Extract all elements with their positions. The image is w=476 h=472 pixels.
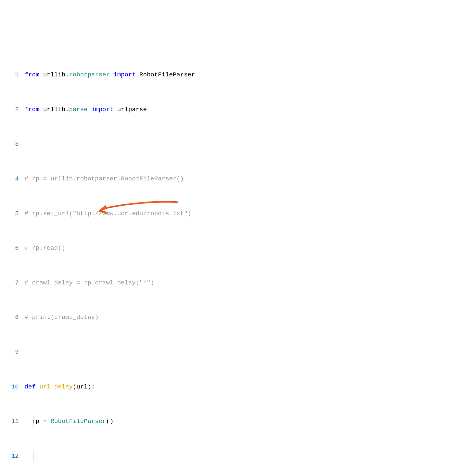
- line-number: 12: [4, 451, 19, 462]
- line-number: 1: [4, 69, 19, 81]
- line-number: 7: [4, 277, 19, 289]
- code-area[interactable]: from urllib.robotparser import RobotFile…: [25, 46, 476, 472]
- code-line[interactable]: # rp = urllib.robotparser.RobotFileParse…: [25, 173, 476, 185]
- line-number: 3: [4, 138, 19, 150]
- class-call: RobotFileParser: [50, 418, 106, 425]
- code-editor[interactable]: 1 2 3 4 5 6 7 8 9 10 11 12 13 14 15 16 1…: [0, 46, 476, 472]
- dot: .: [65, 106, 69, 113]
- indent-guide: [33, 451, 34, 462]
- dot: .: [65, 71, 69, 78]
- params: (url):: [73, 383, 95, 390]
- comment: # rp = urllib.robotparser.RobotFileParse…: [25, 175, 184, 182]
- code-line[interactable]: rp = RobotFileParser(): [25, 416, 476, 427]
- keyword-from: from: [25, 71, 40, 78]
- comment: # crawl_delay = rp.crawl_delay("*"): [25, 279, 154, 286]
- keyword-from: from: [25, 106, 40, 113]
- line-number: 9: [4, 347, 19, 358]
- code-line[interactable]: # rp.set_url("http://www.ucr.edu/robots.…: [25, 208, 476, 220]
- submodule-name: parse: [69, 106, 87, 113]
- line-number: 2: [4, 104, 19, 116]
- line-number: 6: [4, 243, 19, 254]
- comment: # print(crawl_delay): [25, 314, 99, 321]
- code-line[interactable]: # rp.read(): [25, 243, 476, 254]
- code-line[interactable]: # print(crawl_delay): [25, 312, 476, 323]
- keyword-import: import: [113, 71, 135, 78]
- imported-name: urlparse: [117, 106, 147, 113]
- imported-name: RobotFileParser: [139, 71, 195, 78]
- keyword-import: import: [91, 106, 113, 113]
- line-number: 10: [4, 381, 19, 393]
- code-line[interactable]: [25, 451, 476, 462]
- module-name: urllib: [43, 106, 65, 113]
- code-line[interactable]: from urllib.parse import urlparse: [25, 104, 476, 116]
- line-number: 4: [4, 173, 19, 185]
- code-line[interactable]: [25, 347, 476, 358]
- line-number: 11: [4, 416, 19, 427]
- code-line[interactable]: # crawl_delay = rp.crawl_delay("*"): [25, 277, 476, 289]
- module-name: urllib: [43, 71, 65, 78]
- line-number: 5: [4, 208, 19, 220]
- code-line[interactable]: from urllib.robotparser import RobotFile…: [25, 69, 476, 81]
- operator: =: [39, 418, 50, 425]
- line-number: 8: [4, 312, 19, 323]
- keyword-def: def: [25, 383, 36, 390]
- function-name: url_delay: [39, 383, 73, 390]
- parens: (): [106, 418, 113, 425]
- line-number-gutter: 1 2 3 4 5 6 7 8 9 10 11 12 13 14 15 16 1…: [0, 46, 25, 472]
- comment: # rp.read(): [25, 244, 65, 252]
- code-line[interactable]: [25, 138, 476, 150]
- comment: # rp.set_url("http://www.ucr.edu/robots.…: [25, 210, 191, 217]
- code-line[interactable]: def url_delay(url):: [25, 381, 476, 393]
- submodule-name: robotparser: [69, 71, 109, 78]
- variable: rp: [32, 418, 39, 425]
